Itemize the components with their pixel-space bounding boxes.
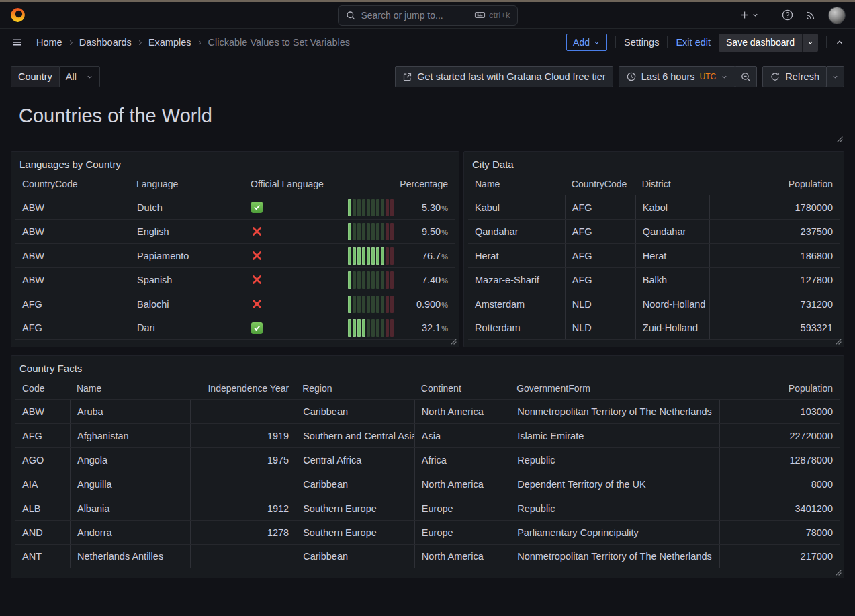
table-cell[interactable]: Mazar-e-Sharif — [468, 268, 565, 292]
settings-button[interactable]: Settings — [624, 37, 659, 48]
table-cell[interactable]: Amsterdam — [468, 292, 565, 316]
save-dashboard-button[interactable]: Save dashboard — [719, 34, 802, 52]
refresh-button[interactable]: Refresh — [762, 66, 827, 87]
table-cell[interactable]: Central Africa — [296, 448, 414, 472]
table-cell[interactable] — [244, 195, 341, 219]
table-cell[interactable]: Albania — [70, 496, 190, 520]
table-cell[interactable]: Parliamentary Coprincipality — [510, 521, 719, 544]
new-menu-button[interactable] — [739, 9, 759, 21]
table-cell[interactable]: Kabul — [468, 195, 565, 219]
table-cell[interactable]: Southern Europe — [296, 496, 414, 520]
column-header[interactable]: Code — [15, 383, 70, 394]
table-cell[interactable]: Islamic Emirate — [510, 424, 719, 447]
table-cell[interactable]: ABW — [15, 220, 130, 243]
column-header[interactable]: GovernmentForm — [510, 383, 719, 394]
table-cell[interactable]: Balkh — [635, 268, 710, 292]
column-header[interactable]: Continent — [414, 383, 510, 394]
user-avatar[interactable] — [828, 7, 846, 24]
column-header[interactable]: Percentage — [341, 179, 455, 189]
table-cell[interactable]: AND — [15, 521, 70, 544]
table-cell[interactable]: 78000 — [719, 521, 840, 544]
table-cell[interactable]: Dari — [130, 316, 244, 339]
table-cell[interactable]: North America — [414, 472, 510, 496]
column-header[interactable]: Name — [70, 383, 190, 394]
table-cell[interactable] — [190, 545, 296, 568]
grafana-cloud-button[interactable]: Get started fast with Grafana Cloud free… — [395, 66, 613, 87]
table-cell[interactable]: AFG — [565, 244, 635, 267]
menu-toggle-icon[interactable] — [11, 36, 23, 48]
table-cell[interactable]: Dutch — [130, 195, 244, 219]
table-cell[interactable]: Andorra — [70, 521, 190, 544]
table-cell[interactable]: Southern and Central Asia — [296, 424, 414, 447]
column-header[interactable]: Region — [296, 383, 414, 394]
table-cell[interactable]: 103000 — [719, 400, 840, 423]
save-dashboard-caret-button[interactable] — [802, 34, 818, 52]
breadcrumb-home[interactable]: Home — [36, 37, 62, 48]
table-cell[interactable]: English — [130, 220, 244, 243]
table-cell[interactable]: ABW — [15, 400, 70, 423]
breadcrumb-examples[interactable]: Examples — [148, 37, 191, 48]
table-cell[interactable] — [190, 400, 296, 423]
table-cell[interactable]: 0.900% — [341, 292, 455, 316]
table-cell[interactable]: 237500 — [709, 220, 840, 243]
table-cell[interactable]: Republic — [510, 496, 719, 520]
table-cell[interactable]: Caribbean — [296, 400, 414, 423]
breadcrumb-dashboards[interactable]: Dashboards — [79, 37, 132, 48]
table-cell[interactable]: 7.40% — [341, 268, 455, 292]
table-cell[interactable]: Spanish — [130, 268, 244, 292]
table-cell[interactable] — [244, 292, 341, 316]
search-input[interactable]: Search or jump to... ctrl+k — [338, 5, 518, 26]
panel-title[interactable]: Languages by Country — [11, 152, 459, 173]
table-cell[interactable]: Nonmetropolitan Territory of The Netherl… — [510, 400, 719, 423]
grafana-logo[interactable] — [9, 7, 26, 24]
table-cell[interactable]: 1919 — [190, 424, 296, 447]
column-header[interactable]: CountryCode — [565, 179, 635, 189]
panel-resize-handle[interactable] — [833, 336, 842, 345]
table-cell[interactable]: 22720000 — [719, 424, 840, 447]
table-cell[interactable]: AIA — [15, 472, 70, 496]
table-cell[interactable]: 1912 — [190, 496, 296, 520]
table-cell[interactable]: Afghanistan — [70, 424, 190, 447]
table-cell[interactable]: 3401200 — [719, 496, 840, 520]
table-cell[interactable]: AFG — [15, 292, 130, 316]
table-cell[interactable]: 5.30% — [341, 195, 455, 219]
table-cell[interactable]: 8000 — [719, 472, 840, 496]
table-cell[interactable]: Africa — [414, 448, 510, 472]
table-cell[interactable]: AFG — [565, 220, 635, 243]
table-cell[interactable] — [244, 316, 341, 339]
table-cell[interactable]: 731200 — [709, 292, 840, 316]
table-cell[interactable]: NLD — [565, 316, 635, 339]
table-cell[interactable]: Dependent Territory of the UK — [510, 472, 719, 496]
add-button[interactable]: Add — [566, 34, 607, 51]
table-cell[interactable]: Herat — [635, 244, 710, 267]
table-cell[interactable]: Europe — [414, 496, 510, 520]
table-cell[interactable]: Nonmetropolitan Territory of The Netherl… — [510, 545, 719, 568]
table-cell[interactable]: Rotterdam — [468, 316, 565, 339]
table-cell[interactable]: Papiamento — [130, 244, 244, 267]
table-cell[interactable]: Asia — [414, 424, 510, 447]
variable-value-dropdown[interactable]: All — [59, 66, 100, 87]
table-cell[interactable]: Noord-Holland — [635, 292, 710, 316]
table-cell[interactable]: 593321 — [709, 316, 840, 339]
table-cell[interactable]: Caribbean — [296, 472, 414, 496]
table-cell[interactable]: AFG — [15, 316, 130, 339]
table-cell[interactable]: Zuid-Holland — [635, 316, 710, 339]
table-cell[interactable]: AFG — [565, 195, 635, 219]
table-cell[interactable]: Kabol — [635, 195, 710, 219]
table-cell[interactable]: 76.7% — [341, 244, 455, 267]
column-header[interactable]: Name — [468, 179, 565, 189]
help-icon[interactable] — [781, 9, 794, 21]
panel-resize-handle[interactable] — [833, 567, 842, 576]
table-cell[interactable]: Netherlands Antilles — [70, 545, 190, 568]
collapse-toolbar-icon[interactable] — [835, 38, 844, 47]
table-cell[interactable]: NLD — [565, 292, 635, 316]
table-cell[interactable]: North America — [414, 545, 510, 568]
table-cell[interactable] — [244, 268, 341, 292]
panel-resize-handle[interactable] — [834, 134, 843, 142]
refresh-interval-caret-button[interactable] — [826, 66, 844, 87]
panel-resize-handle[interactable] — [448, 336, 457, 345]
table-cell[interactable]: 186800 — [709, 244, 840, 267]
table-cell[interactable]: Balochi — [130, 292, 244, 316]
column-header[interactable]: Official Language — [244, 179, 341, 189]
table-cell[interactable]: 1780000 — [709, 195, 840, 219]
